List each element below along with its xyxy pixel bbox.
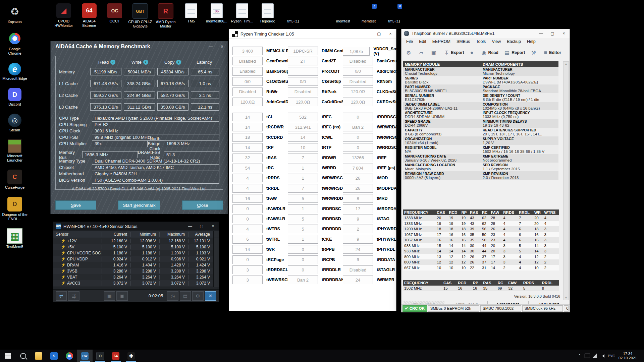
rtc-value[interactable]: 24 [343, 276, 373, 284]
rtc-value[interactable]: 312,941 [288, 123, 318, 131]
menu-item[interactable]: Backup [504, 39, 524, 45]
rtc-value[interactable]: 3 [232, 265, 263, 274]
rtc-value[interactable]: 16 [232, 194, 263, 203]
rtc-value[interactable]: 3 400 [232, 47, 263, 55]
rtc-value[interactable]: 14 [232, 113, 263, 121]
hidden-icons-chevron[interactable]: ⌃ [578, 354, 581, 358]
rtc-value[interactable]: 0 [288, 265, 318, 274]
rtc-value[interactable]: 14 [232, 143, 263, 152]
taskbar-app-button[interactable]: S [46, 350, 62, 362]
current-column-header[interactable]: Current [102, 232, 130, 237]
taskbar-app-button[interactable]: O [93, 350, 108, 362]
start-button[interactable] [0, 350, 15, 362]
rtc-value[interactable]: Disabled [288, 87, 318, 96]
scrollbar[interactable] [213, 262, 219, 268]
sensor-row[interactable]: ⚡ 3VSB 3.288 V 3.288 V 3.288 V 3.288 V [53, 268, 219, 274]
rtc-value[interactable]: 8 [343, 194, 373, 203]
rtc-value[interactable]: 5 [288, 194, 318, 203]
rtc-value[interactable]: 0 [232, 215, 263, 223]
toolbar-button[interactable]: ● [468, 48, 478, 57]
scrollbar[interactable] [213, 274, 219, 280]
minimum-column-header[interactable]: Minimum [130, 232, 159, 237]
rtc-value[interactable]: Disabled [232, 87, 263, 96]
desktop-icon[interactable]: 86 memtest86... [204, 3, 229, 28]
rtc-value[interactable]: 0 [232, 204, 263, 213]
rtc-value[interactable]: 24 [343, 245, 373, 254]
taskbar-app-button[interactable] [62, 350, 77, 362]
rtc-value[interactable]: 0/0 [343, 67, 373, 76]
log-button[interactable]: ▤ [180, 291, 191, 301]
rtc-value[interactable]: 0 [288, 245, 318, 254]
scrollbar[interactable] [213, 286, 219, 287]
menu-item[interactable]: View [489, 39, 503, 45]
volume-icon[interactable] [600, 354, 604, 358]
rtc-value[interactable]: 1 [288, 174, 318, 182]
rtc-value[interactable]: 0 [343, 143, 373, 152]
menu-item[interactable]: SMBus [454, 39, 473, 45]
rtc-value[interactable]: 0 [288, 255, 318, 264]
scroll-up-icon[interactable]: ▲ [564, 62, 569, 67]
menu-item[interactable]: File [404, 39, 416, 45]
sensor-column-header[interactable]: Sensor [53, 232, 102, 237]
display-tray-icon[interactable] [585, 354, 590, 358]
clock-button[interactable]: ◷ [167, 291, 178, 301]
close-icon[interactable]: × [385, 32, 396, 36]
maximum-column-header[interactable]: Maximum [159, 232, 188, 237]
monitor-2-button[interactable]: ▣ [116, 291, 127, 301]
rtc-value[interactable]: 120.0Ω [288, 98, 318, 106]
close-sensors-button[interactable]: ✕ [205, 291, 216, 301]
desktop-icon[interactable]: ▦ TestMem5 [2, 228, 28, 249]
close-icon[interactable]: × [216, 44, 228, 49]
sensor-row[interactable]: ⚡ VBAT 3.264 V 3.264 V 3.264 V 3.264 V [53, 274, 219, 280]
rtc-value[interactable]: Disabled [343, 57, 373, 65]
rtc-value[interactable]: 9 [343, 255, 373, 264]
cycle-arrows-button[interactable]: ⇄ [56, 291, 67, 301]
rtc-value[interactable]: Disabled [343, 265, 373, 274]
taskbar-app-button[interactable] [31, 350, 46, 362]
taskbar-app-button[interactable]: HW [77, 350, 93, 362]
scroll-down-icon[interactable]: ▼ [564, 295, 569, 300]
close-icon[interactable]: × [207, 224, 219, 229]
minimize-icon[interactable]: — [535, 31, 547, 36]
rtc-value[interactable]: 4 [232, 225, 263, 233]
rtc-value[interactable]: 17 [343, 204, 373, 213]
sensor-row[interactable]: ⚡ DRAM 1.416 V 1.404 V 1.428 V 1.424 V [53, 262, 219, 268]
scrollbar[interactable] [213, 268, 219, 274]
sensor-row[interactable]: ⚡ +5V 5.100 V 5.100 V 5.100 V 5.100 V [53, 244, 219, 250]
aida64-titlebar[interactable]: AIDA64 Cache & Memory Benchmark — × [51, 41, 228, 52]
desktop-icon[interactable]: TM5 [178, 3, 204, 28]
toolbar-button[interactable]: ↧ Export [442, 48, 466, 57]
rtc-value[interactable]: 10 [288, 143, 318, 152]
rtc-value[interactable]: 1 [288, 235, 318, 244]
desktop-icon[interactable]: Ryzen_Timi... [229, 3, 255, 28]
rtc-value[interactable]: 0 [343, 113, 373, 121]
rtc-value[interactable]: 2T [288, 57, 318, 65]
desktop-icon[interactable]: R AMD Ryzen Master [153, 3, 178, 28]
scrollbar[interactable] [213, 250, 219, 256]
minimize-icon[interactable]: — [362, 32, 373, 36]
network-icon[interactable] [593, 354, 597, 358]
monitor-1-button[interactable]: ▣ [104, 291, 115, 301]
fast-arrows-button[interactable]: ⇶ [68, 291, 79, 301]
rtc-value[interactable]: Ban 2 [288, 276, 318, 284]
scrollbar[interactable] [213, 244, 219, 250]
rtc-value[interactable]: 9 [343, 235, 373, 244]
rtc-value[interactable]: 6 [232, 235, 263, 244]
desktop-icon[interactable]: ♻ Корзина [2, 4, 28, 24]
rtc-value[interactable]: Ban 2 [343, 123, 373, 131]
desktop-icon[interactable]: Z memtest [356, 3, 381, 23]
desktop-icon[interactable]: Перенос [255, 3, 280, 28]
rtc-value[interactable]: 120.0Ω [343, 87, 373, 96]
rtc-value[interactable]: 7 [288, 184, 318, 193]
rtc-value[interactable]: 4 [232, 184, 263, 193]
rtc-value[interactable]: Disabled [343, 77, 373, 86]
average-column-header[interactable]: Average [188, 232, 213, 237]
desktop-icon[interactable]: 64 AIDA64 Extreme [76, 3, 102, 28]
sensor-row[interactable]: ⚡ CPU VDDP 0.924 V 0.912 V 0.936 V 0.921… [53, 256, 219, 262]
rtc-value[interactable]: 1DPC-SR [288, 47, 318, 55]
desktop-icon[interactable]: memtest [330, 3, 356, 23]
rtc-value[interactable]: 1 [288, 204, 318, 213]
start-benchmark-button[interactable]: Start Benchmark [118, 200, 161, 210]
rtc-value[interactable]: 532 [288, 113, 318, 121]
maximize-icon[interactable]: ▢ [547, 31, 558, 36]
